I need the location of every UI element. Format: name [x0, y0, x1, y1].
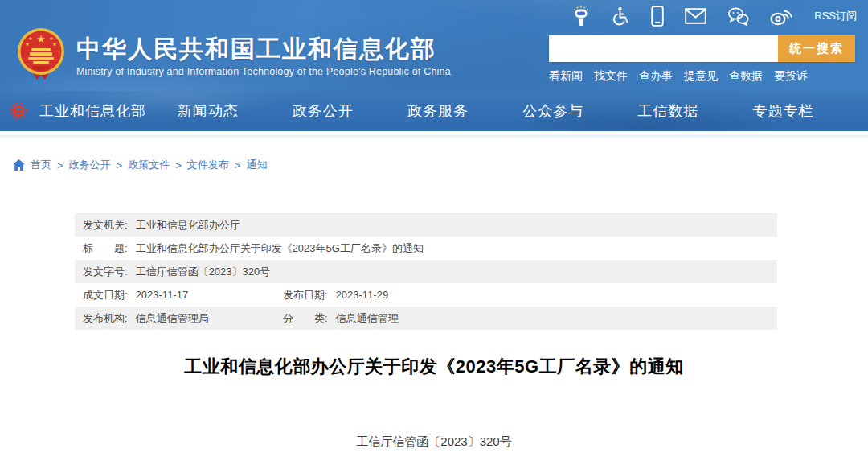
robot-assistant-icon[interactable]: [571, 6, 591, 27]
breadcrumb-separator: >: [117, 159, 123, 171]
meta-label: 发文字号:: [83, 265, 128, 279]
national-emblem-icon: ★ ★ ★ ★ ★: [16, 27, 66, 84]
breadcrumb-separator: >: [57, 159, 63, 171]
meta-value: 信息通信管理: [336, 311, 399, 326]
search-area: 统一搜索 看新闻 找文件 查办事 提意见 查数据 要投诉: [549, 35, 855, 84]
quick-links: 看新闻 找文件 查办事 提意见 查数据 要投诉: [549, 69, 808, 84]
breadcrumb-gov-disclosure[interactable]: 政务公开: [69, 158, 111, 172]
nav-item-topics[interactable]: 专题专栏: [726, 101, 841, 121]
miit-e-logo-icon: [10, 102, 27, 123]
meta-label: 发布机构:: [83, 311, 128, 326]
meta-label: 分 类:: [283, 311, 328, 326]
quick-link-data[interactable]: 查数据: [729, 69, 763, 84]
meta-row-dates: 成文日期: 2023-11-17 发布日期: 2023-11-29: [75, 283, 777, 307]
search-button[interactable]: 统一搜索: [778, 35, 855, 62]
svg-text:★: ★: [36, 33, 46, 45]
document-number: 工信厅信管函〔2023〕320号: [0, 434, 868, 450]
mail-icon[interactable]: [685, 8, 706, 24]
meta-label: 标 题:: [83, 241, 128, 256]
doc-meta-table: 发文机关: 工业和信息化部办公厅 标 题: 工业和信息化部办公厅关于印发《202…: [75, 213, 777, 330]
meta-row-title: 标 题: 工业和信息化部办公厅关于印发《2023年5G工厂名录》的通知: [75, 237, 777, 260]
rss-subscribe-link[interactable]: RSS订阅: [814, 9, 857, 23]
breadcrumb-notice[interactable]: 通知: [246, 158, 267, 172]
breadcrumb-separator: >: [175, 159, 182, 171]
breadcrumb: 首页 > 政务公开 > 政策文件 > 文件发布 > 通知: [13, 158, 868, 172]
site-brand: ★ ★ ★ ★ ★ 中华人民共和国工业和信息化部 Ministry of Ind…: [16, 27, 451, 84]
quick-link-files[interactable]: 找文件: [594, 69, 628, 84]
meta-row-publisher: 发布机构: 信息通信管理局 分 类: 信息通信管理: [75, 307, 777, 330]
meta-value: 工业和信息化部办公厅关于印发《2023年5G工厂名录》的通知: [136, 241, 424, 256]
svg-text:★: ★: [28, 36, 32, 41]
quick-link-complaint[interactable]: 要投诉: [774, 69, 808, 84]
meta-value: 工业和信息化部办公厅: [136, 218, 240, 233]
meta-label: 发布日期:: [283, 288, 328, 303]
meta-value: 2023-11-29: [336, 289, 389, 301]
breadcrumb-home[interactable]: 首页: [31, 158, 51, 172]
accessibility-icon[interactable]: [612, 6, 630, 26]
quick-link-suggest[interactable]: 提意见: [684, 69, 718, 84]
meta-value: 工信厅信管函〔2023〕320号: [136, 265, 271, 279]
topbar: RSS订阅: [571, 6, 857, 27]
nav-item-miit[interactable]: 工业和信息化部: [35, 101, 150, 121]
nav-item-participation[interactable]: 公众参与: [496, 101, 611, 121]
breadcrumb-file-release[interactable]: 文件发布: [187, 158, 229, 172]
meta-value: 2023-11-17: [136, 289, 189, 301]
site-title: 中华人民共和国工业和信息化部: [76, 34, 451, 64]
svg-text:★: ★: [52, 42, 56, 47]
weibo-icon[interactable]: [770, 6, 793, 26]
mobile-icon[interactable]: [651, 6, 664, 27]
search-input[interactable]: [549, 35, 778, 62]
site-header: RSS订阅 ★ ★ ★ ★ ★ 中华人民: [0, 0, 868, 91]
breadcrumb-separator: >: [235, 159, 241, 171]
quick-link-news[interactable]: 看新闻: [549, 69, 583, 84]
main-nav: 工业和信息化部 新闻动态 政务公开 政务服务 公众参与 工信数据 专题专栏: [0, 91, 868, 131]
wechat-icon[interactable]: [727, 7, 749, 26]
brand-text: 中华人民共和国工业和信息化部 Ministry of Industry and …: [76, 34, 451, 78]
nav-shadow-divider: [0, 131, 868, 139]
svg-text:★: ★: [49, 36, 53, 41]
meta-label: 发文机关:: [83, 218, 128, 233]
site-subtitle-en: Ministry of Industry and Information Tec…: [76, 66, 451, 77]
document-title: 工业和信息化部办公厅关于印发《2023年5G工厂名录》的通知: [48, 355, 820, 379]
meta-label: 成文日期:: [83, 288, 128, 303]
home-icon[interactable]: [13, 159, 25, 171]
nav-item-gov-disclosure[interactable]: 政务公开: [265, 101, 380, 121]
nav-item-data[interactable]: 工信数据: [611, 101, 726, 121]
nav-item-news[interactable]: 新闻动态: [150, 101, 265, 121]
meta-row-issuing-office: 发文机关: 工业和信息化部办公厅: [75, 213, 777, 237]
meta-row-doc-number: 发文字号: 工信厅信管函〔2023〕320号: [75, 260, 777, 283]
nav-item-gov-services[interactable]: 政务服务: [380, 101, 495, 121]
meta-value: 信息通信管理局: [136, 311, 209, 326]
quick-link-services[interactable]: 查办事: [639, 69, 673, 84]
svg-text:★: ★: [25, 42, 29, 47]
breadcrumb-policy-files[interactable]: 政策文件: [128, 158, 170, 172]
